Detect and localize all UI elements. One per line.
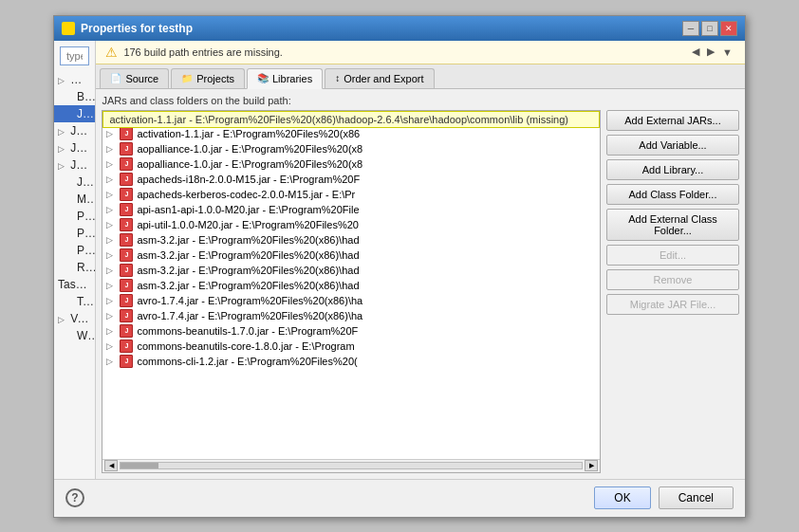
jar-file-icon-5: J bbox=[120, 188, 133, 201]
edit-button[interactable]: Edit... bbox=[606, 245, 739, 266]
add-external-jars-button[interactable]: Add External JARs... bbox=[606, 110, 739, 131]
add-library-button[interactable]: Add Library... bbox=[606, 159, 739, 180]
jar-label-7: api-util-1.0.0-M20.jar - E:\Program%20Fi… bbox=[137, 219, 359, 230]
jar-file-icon-16: J bbox=[120, 355, 133, 368]
nav-prev-button[interactable]: ◀ bbox=[689, 45, 702, 59]
add-external-class-folder-button[interactable]: Add External Class Folder... bbox=[606, 209, 739, 241]
tab-source[interactable]: 📄 Source bbox=[100, 68, 169, 88]
minimize-button[interactable]: ─ bbox=[682, 21, 699, 36]
expand-icon-4: ▷ bbox=[106, 174, 116, 184]
add-class-folder-button[interactable]: Add Class Folder... bbox=[606, 184, 739, 205]
jar-item-15[interactable]: ▷ J commons-beanutils-core-1.8.0.jar - E… bbox=[102, 339, 600, 354]
jar-item-6[interactable]: ▷ J api-asn1-api-1.0.0-M20.jar - E:\Prog… bbox=[102, 202, 600, 217]
jar-item-7[interactable]: ▷ J api-util-1.0.0-M20.jar - E:\Program%… bbox=[102, 217, 600, 232]
jar-list[interactable]: ▷ J activation-1.1.jar - E:\Program%20Fi… bbox=[102, 111, 600, 459]
scroll-left-button[interactable]: ◀ bbox=[104, 460, 118, 471]
main-panel: ⚠ 176 build path entries are missing. ◀ … bbox=[96, 41, 745, 479]
jar-item-16[interactable]: ▷ J commons-cli-1.2.jar - E:\Program%20F… bbox=[102, 354, 600, 369]
jar-item-8[interactable]: ▷ J asm-3.2.jar - E:\Program%20Files%20(… bbox=[102, 232, 600, 248]
jar-item-10[interactable]: ▷ J asm-3.2.jar - E:\Program%20Files%20(… bbox=[102, 263, 600, 278]
filter-input[interactable] bbox=[60, 46, 89, 65]
jar-list-container: ▷ J activation-1.1.jar - E:\Program%20Fi… bbox=[102, 110, 601, 473]
sidebar-item-java-compiler[interactable]: ▷ Java Compiler bbox=[54, 139, 95, 156]
sidebar-item-builders[interactable]: Builders bbox=[54, 88, 95, 105]
footer: ? OK Cancel bbox=[54, 479, 745, 517]
sidebar-item-wikitext[interactable]: WikiText bbox=[54, 327, 95, 344]
jar-item-2[interactable]: ▷ J aopalliance-1.0.jar - E:\Program%20F… bbox=[102, 141, 600, 156]
sidebar-item-java-code-style[interactable]: ▷ Java Code Style bbox=[54, 122, 95, 139]
jar-label-12: avro-1.7.4.jar - E:\Program%20Files%20(x… bbox=[137, 295, 362, 306]
jar-item-12[interactable]: ▷ J avro-1.7.4.jar - E:\Program%20Files%… bbox=[102, 293, 600, 308]
warning-icon: ⚠ bbox=[105, 45, 118, 60]
sidebar: ▷ Resource Builders Java Build Path ▷ Ja… bbox=[54, 41, 96, 479]
expand-icon-3: ▷ bbox=[106, 159, 116, 169]
migrate-jar-button[interactable]: Migrate JAR File... bbox=[606, 294, 739, 315]
warning-bar: ⚠ 176 build path entries are missing. ◀ … bbox=[96, 41, 745, 64]
tab-libraries-label: Libraries bbox=[272, 73, 312, 84]
maximize-button[interactable]: □ bbox=[701, 21, 718, 36]
sidebar-item-task-tags[interactable]: Task Tags bbox=[54, 293, 95, 310]
expand-icon-6: ▷ bbox=[106, 205, 116, 214]
projects-tab-icon: 📁 bbox=[181, 73, 193, 83]
window-body: ▷ Resource Builders Java Build Path ▷ Ja… bbox=[54, 41, 745, 479]
sidebar-item-run-debug[interactable]: Run/Debug Settings bbox=[54, 259, 95, 276]
expand-icon-14: ▷ bbox=[106, 326, 116, 336]
source-tab-icon: 📄 bbox=[110, 73, 121, 83]
jar-file-icon-4: J bbox=[120, 173, 133, 186]
content-label: JARs and class folders on the build path… bbox=[102, 95, 739, 106]
sidebar-item-properties-editor[interactable]: PropertiesEditor bbox=[54, 242, 95, 259]
main-window: Properties for testhp ─ □ ✕ ▷ Resource B… bbox=[53, 15, 746, 518]
jar-item-11[interactable]: ▷ J asm-3.2.jar - E:\Program%20Files%20(… bbox=[102, 278, 600, 293]
jar-label-14: commons-beanutils-1.7.0.jar - E:\Program… bbox=[137, 325, 358, 337]
sidebar-item-javadoc[interactable]: Javadoc Location bbox=[54, 174, 95, 191]
jar-file-icon-3: J bbox=[120, 157, 133, 171]
sidebar-item-mercurial[interactable]: Mercurial bbox=[54, 191, 95, 208]
expand-icon-8: ▷ bbox=[106, 235, 116, 245]
tab-libraries[interactable]: 📚 Libraries bbox=[247, 68, 323, 89]
split-pane: ▷ J activation-1.1.jar - E:\Program%20Fi… bbox=[102, 110, 739, 473]
sidebar-item-java-editor[interactable]: ▷ Java Editor bbox=[54, 156, 95, 174]
close-button[interactable]: ✕ bbox=[720, 21, 737, 36]
jar-label-6: api-asn1-api-1.0.0-M20.jar - E:\Program%… bbox=[137, 204, 359, 215]
tab-order-export-label: Order and Export bbox=[344, 73, 423, 84]
window-icon bbox=[62, 22, 75, 35]
sidebar-item-project-references[interactable]: Project References bbox=[54, 225, 95, 242]
content-area: JARs and class folders on the build path… bbox=[96, 89, 745, 479]
sidebar-item-resource[interactable]: ▷ Resource bbox=[54, 71, 95, 88]
jar-file-icon-11: J bbox=[120, 279, 133, 292]
jar-item-9[interactable]: ▷ J asm-3.2.jar - E:\Program%20Files%20(… bbox=[102, 248, 600, 263]
jar-label-5: apacheds-kerberos-codec-2.0.0-M15.jar - … bbox=[137, 189, 355, 200]
jar-item-14[interactable]: ▷ J commons-beanutils-1.7.0.jar - E:\Pro… bbox=[102, 323, 600, 339]
scroll-track[interactable] bbox=[120, 462, 583, 469]
sidebar-item-task-repository[interactable]: Task Repository bbox=[54, 276, 95, 293]
jar-item-13[interactable]: ▷ J avro-1.7.4.jar - E:\Program%20Files%… bbox=[102, 308, 600, 323]
add-variable-button[interactable]: Add Variable... bbox=[606, 135, 739, 156]
sidebar-item-validation[interactable]: ▷ Validation bbox=[54, 310, 95, 327]
sidebar-item-project-facets[interactable]: Project Facets bbox=[54, 208, 95, 225]
jar-item-5[interactable]: ▷ J apacheds-kerberos-codec-2.0.0-M15.ja… bbox=[102, 187, 600, 202]
help-button[interactable]: ? bbox=[65, 488, 84, 507]
jar-label-13: avro-1.7.4.jar - E:\Program%20Files%20(x… bbox=[137, 310, 362, 321]
nav-next-button[interactable]: ▶ bbox=[704, 45, 717, 59]
tab-projects-label: Projects bbox=[196, 73, 234, 84]
nav-down-button[interactable]: ▼ bbox=[719, 45, 735, 59]
jar-item-4[interactable]: ▷ J apacheds-i18n-2.0.0-M15.jar - E:\Pro… bbox=[102, 172, 600, 187]
expand-icon-5: ▷ bbox=[106, 190, 116, 199]
horizontal-scrollbar[interactable]: ◀ ▶ bbox=[102, 459, 600, 472]
cancel-button[interactable]: Cancel bbox=[659, 486, 734, 509]
jar-label-16: commons-cli-1.2.jar - E:\Program%20Files… bbox=[137, 356, 357, 367]
sidebar-item-java-build-path[interactable]: Java Build Path bbox=[54, 105, 95, 122]
remove-button[interactable]: Remove bbox=[606, 269, 739, 290]
expand-icon-1: ▷ bbox=[106, 129, 116, 138]
tab-order-export[interactable]: ↕ Order and Export bbox=[325, 68, 434, 88]
jar-file-icon-2: J bbox=[120, 142, 133, 156]
expand-icon-13: ▷ bbox=[106, 311, 116, 321]
scroll-right-button[interactable]: ▶ bbox=[585, 460, 598, 471]
jar-item-1[interactable]: ▷ J activation-1.1.jar - E:\Program%20Fi… bbox=[102, 126, 600, 141]
jar-item-3[interactable]: ▷ J aopalliance-1.0.jar - E:\Program%20F… bbox=[102, 156, 600, 172]
window-title: Properties for testhp bbox=[81, 22, 193, 35]
scroll-thumb[interactable] bbox=[121, 463, 158, 468]
tab-projects[interactable]: 📁 Projects bbox=[171, 68, 245, 88]
ok-button[interactable]: OK bbox=[594, 486, 650, 509]
jar-label-1: activation-1.1.jar - E:\Program%20Files%… bbox=[137, 128, 360, 139]
